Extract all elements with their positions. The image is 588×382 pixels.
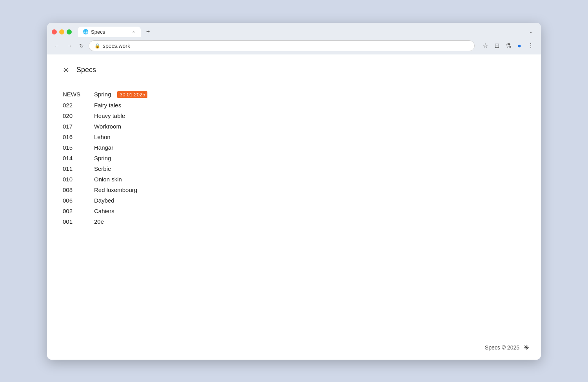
list-item[interactable]: 022Fairy tales: [63, 100, 525, 110]
site-header: ✳ Specs: [63, 65, 525, 75]
new-tab-button[interactable]: +: [144, 27, 152, 36]
issue-number: 006: [63, 197, 94, 204]
list-item[interactable]: NEWSSpring30.01.2025: [63, 89, 525, 100]
footer-logo-icon: ✳: [523, 343, 529, 352]
page-footer: Specs © 2025 ✳: [485, 343, 529, 352]
issue-name[interactable]: 20e: [94, 218, 104, 225]
extensions-button[interactable]: ⊡: [492, 40, 502, 51]
issue-name[interactable]: Onion skin: [94, 176, 122, 183]
forward-button[interactable]: →: [64, 41, 74, 51]
traffic-light-minimize[interactable]: [59, 29, 64, 34]
issue-name[interactable]: Cahiers: [94, 208, 114, 214]
list-item[interactable]: 017Workroom: [63, 121, 525, 132]
issue-name[interactable]: Serbie: [94, 165, 111, 172]
address-text: specs.work: [103, 43, 469, 49]
list-item[interactable]: 006Daybed: [63, 195, 525, 206]
site-title: Specs: [76, 66, 96, 74]
issue-name[interactable]: Fairy tales: [94, 102, 121, 109]
issue-number: 022: [63, 102, 94, 109]
issue-number: 008: [63, 186, 94, 193]
issue-name[interactable]: Hangar: [94, 144, 113, 151]
list-item[interactable]: 014Spring: [63, 153, 525, 163]
issue-name[interactable]: Daybed: [94, 197, 114, 204]
issue-list: NEWSSpring30.01.2025022Fairy tales020Hea…: [63, 89, 525, 227]
issue-name[interactable]: Spring: [94, 91, 111, 98]
list-item[interactable]: 016Lehon: [63, 132, 525, 142]
issue-number: 011: [63, 165, 94, 172]
issue-name[interactable]: Spring: [94, 155, 111, 161]
issue-number: 016: [63, 134, 94, 140]
list-item[interactable]: 015Hangar: [63, 142, 525, 153]
issue-name[interactable]: Lehon: [94, 134, 111, 140]
tab-row: 🌐 Specs × + ⌄: [47, 23, 541, 37]
list-item[interactable]: 002Cahiers: [63, 206, 525, 216]
issue-number: 010: [63, 176, 94, 183]
nav-bar: ← → ↻ 🔒 specs.work ☆ ⊡ ⚗ ● ⋮: [47, 37, 541, 54]
tab-favicon: 🌐: [83, 29, 89, 34]
list-item[interactable]: 010Onion skin: [63, 174, 525, 185]
active-tab[interactable]: 🌐 Specs ×: [78, 27, 141, 37]
list-item[interactable]: 008Red luxembourg: [63, 185, 525, 195]
bookmark-button[interactable]: ☆: [480, 40, 490, 51]
address-security-icon: 🔒: [94, 43, 100, 49]
issue-number: 001: [63, 218, 94, 225]
list-item[interactable]: 011Serbie: [63, 163, 525, 174]
back-button[interactable]: ←: [52, 41, 62, 51]
reload-button[interactable]: ↻: [77, 41, 86, 51]
traffic-lights: [52, 29, 72, 34]
issue-name[interactable]: Red luxembourg: [94, 186, 137, 193]
traffic-light-close[interactable]: [52, 29, 57, 34]
browser-window: 🌐 Specs × + ⌄ ← → ↻ 🔒 specs.work ☆ ⊡ ⚗ ●…: [47, 23, 541, 360]
user-button[interactable]: ●: [515, 41, 524, 51]
list-item[interactable]: 00120e: [63, 216, 525, 227]
issue-name[interactable]: Workroom: [94, 123, 121, 130]
issue-number: NEWS: [63, 91, 94, 98]
footer-text: Specs © 2025: [485, 344, 519, 351]
site-logo-icon: ✳: [63, 65, 69, 75]
issue-number: 014: [63, 155, 94, 161]
traffic-light-maximize[interactable]: [67, 29, 72, 34]
tab-title: Specs: [91, 29, 129, 35]
menu-button[interactable]: ⋮: [525, 40, 536, 51]
issue-number: 002: [63, 208, 94, 214]
issue-badge: 30.01.2025: [117, 91, 147, 98]
issue-number: 020: [63, 112, 94, 119]
issue-name[interactable]: Heavy table: [94, 112, 125, 119]
title-bar: 🌐 Specs × + ⌄ ← → ↻ 🔒 specs.work ☆ ⊡ ⚗ ●…: [47, 23, 541, 54]
nav-actions: ☆ ⊡ ⚗ ● ⋮: [480, 40, 536, 51]
page-content: ✳ Specs NEWSSpring30.01.2025022Fairy tal…: [47, 54, 541, 360]
list-item[interactable]: 020Heavy table: [63, 110, 525, 121]
issue-number: 017: [63, 123, 94, 130]
tab-dropdown-button[interactable]: ⌄: [526, 27, 536, 36]
lab-button[interactable]: ⚗: [503, 40, 514, 51]
address-bar[interactable]: 🔒 specs.work: [89, 40, 475, 51]
issue-number: 015: [63, 144, 94, 151]
tab-close-button[interactable]: ×: [131, 29, 136, 34]
